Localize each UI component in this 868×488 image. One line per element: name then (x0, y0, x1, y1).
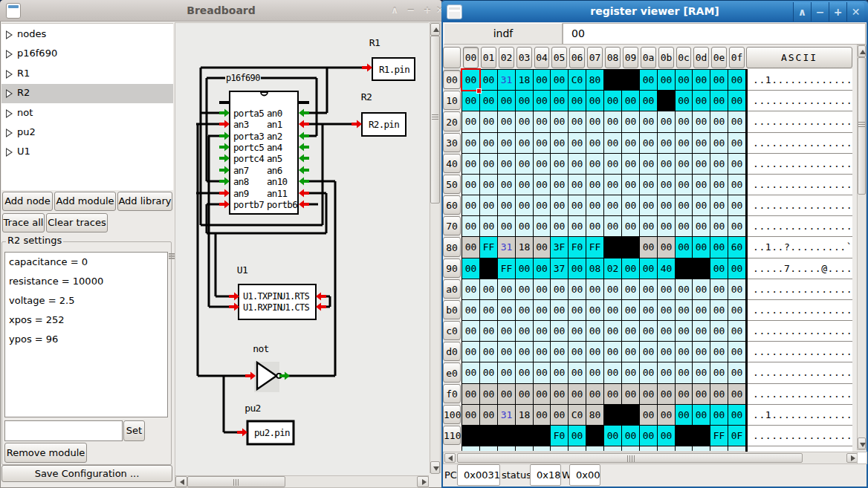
cell-00-0b[interactable]: 00 (658, 70, 675, 90)
cell-c0-0c[interactable]: 00 (676, 321, 692, 341)
cell-30-05[interactable]: 00 (551, 133, 568, 153)
ascii-row-e0[interactable]: ................ (753, 367, 852, 378)
col-header-03[interactable]: 03 (516, 47, 532, 68)
cell-50-0a[interactable]: 00 (640, 175, 657, 195)
hscroll-slider[interactable] (457, 453, 803, 463)
cell-40-04[interactable]: 00 (534, 154, 550, 174)
cell-b0-08[interactable]: 00 (604, 300, 621, 320)
row-header-10[interactable]: 10 (443, 91, 461, 110)
cell-110-05[interactable]: F0 (551, 426, 568, 446)
cell-00-0d[interactable]: 00 (693, 70, 710, 90)
expander-triangle-icon[interactable] (6, 109, 13, 118)
cell-b0-07[interactable]: 00 (586, 300, 603, 320)
cell-10-0e[interactable]: 00 (710, 91, 728, 111)
cell-20-04[interactable]: 00 (534, 111, 550, 132)
col-header-0c[interactable]: 0c (676, 47, 691, 68)
tree-item-not[interactable]: not (1, 104, 173, 123)
cell-100-0c[interactable]: 00 (676, 405, 692, 425)
cell-60-06[interactable]: 00 (569, 195, 586, 215)
col-header-08[interactable]: 08 (605, 47, 621, 68)
vscroll-slider[interactable] (858, 57, 866, 195)
cell-50-0d[interactable]: 00 (693, 175, 710, 195)
cell-110-06[interactable]: 00 (569, 426, 586, 446)
cell-30-0e[interactable]: 00 (710, 133, 728, 153)
col-header-00[interactable]: 00 (463, 47, 479, 68)
cell-10-09[interactable]: 00 (622, 91, 639, 111)
cell-100-0f[interactable]: 00 (728, 405, 745, 425)
cell-a0-0d[interactable]: 00 (693, 279, 710, 299)
attribute-entry[interactable] (4, 420, 123, 441)
cell-20-0b[interactable]: 00 (658, 111, 675, 132)
cell-30-0f[interactable]: 00 (728, 133, 745, 153)
cell-90-06[interactable]: 00 (569, 258, 586, 279)
cell-d0-01[interactable]: 00 (480, 342, 497, 362)
cell-f0-02[interactable]: 00 (498, 384, 515, 404)
cell-100-01[interactable]: 00 (480, 405, 497, 425)
tree-item-p16f690[interactable]: p16f690 (1, 45, 173, 64)
cell-e0-08[interactable]: 00 (604, 362, 621, 383)
cell-f0-0c[interactable]: 00 (676, 384, 692, 404)
ascii-row-d0[interactable]: ................ (753, 346, 852, 357)
cell-c0-0a[interactable]: 00 (640, 321, 657, 341)
cell-90-08[interactable]: 02 (604, 258, 621, 279)
cell-40-06[interactable]: 00 (569, 154, 586, 174)
cell-20-01[interactable]: 00 (480, 111, 497, 132)
cell-40-00[interactable]: 00 (462, 154, 479, 174)
cell-80-0a[interactable]: 00 (640, 237, 657, 258)
cell-90-04[interactable]: 00 (534, 258, 550, 279)
cell-c0-0d[interactable]: 00 (693, 321, 710, 341)
cell-c0-01[interactable]: 00 (480, 321, 497, 341)
cell-20-0f[interactable]: 00 (728, 111, 745, 132)
scroll-up-button[interactable] (858, 45, 866, 57)
cell-20-0c[interactable]: 00 (676, 111, 692, 132)
cell-40-07[interactable]: 00 (586, 154, 603, 174)
cell-100-0b[interactable]: 00 (658, 405, 675, 425)
cell-e0-00[interactable]: 00 (462, 362, 479, 383)
cell-f0-00[interactable]: 00 (462, 384, 479, 404)
cell-b0-03[interactable]: 00 (516, 300, 533, 320)
cell-60-0b[interactable]: 00 (658, 195, 675, 215)
cell-60-03[interactable]: 00 (516, 195, 533, 215)
cell-20-07[interactable]: 00 (586, 111, 603, 132)
set-button[interactable]: Set (123, 420, 145, 441)
property-item[interactable]: xpos = 252 (9, 314, 65, 325)
cell-f0-01[interactable]: 00 (480, 384, 497, 404)
cell-70-05[interactable]: 00 (551, 216, 568, 236)
cell-60-02[interactable]: 00 (498, 195, 515, 215)
cell-a0-06[interactable]: 00 (569, 279, 586, 299)
cell-a0-0c[interactable]: 00 (676, 279, 692, 299)
cell-50-0f[interactable]: 00 (728, 175, 745, 195)
cell-b0-0f[interactable]: 00 (728, 300, 745, 320)
row-header-20[interactable]: 20 (443, 111, 461, 131)
cell-80-0c[interactable]: 00 (676, 237, 692, 258)
cell-f0-06[interactable]: 00 (569, 384, 586, 404)
cell-c0-0f[interactable]: 00 (728, 321, 745, 341)
cell-a0-07[interactable]: 00 (586, 279, 603, 299)
col-header-01[interactable]: 01 (481, 47, 496, 68)
cell-90-0a[interactable]: 00 (640, 258, 657, 279)
cell-e0-03[interactable]: 00 (516, 362, 533, 383)
row-header-e0[interactable]: e0 (443, 362, 461, 383)
ascii-row-f0[interactable]: ................ (753, 388, 852, 400)
cell-60-0d[interactable]: 00 (693, 195, 710, 215)
scroll-up-button[interactable] (430, 23, 440, 36)
ascii-row-50[interactable]: ................ (753, 179, 852, 190)
cell-50-04[interactable]: 00 (534, 175, 550, 195)
cell-60-01[interactable]: 00 (480, 195, 497, 215)
cell-60-0a[interactable]: 00 (640, 195, 657, 215)
row-header-50[interactable]: 50 (443, 175, 461, 194)
cell-c0-04[interactable]: 00 (534, 321, 550, 341)
col-header-0f[interactable]: 0f (729, 47, 745, 68)
scroll-right-button[interactable] (417, 476, 429, 487)
cell-50-02[interactable]: 00 (498, 175, 515, 195)
cell-10-0c[interactable]: 00 (676, 91, 692, 111)
cell-50-06[interactable]: 00 (569, 175, 586, 195)
cell-50-0c[interactable]: 00 (676, 175, 692, 195)
cell-c0-07[interactable]: 00 (586, 321, 603, 341)
cell-f0-05[interactable]: 00 (551, 384, 568, 404)
cell-e0-02[interactable]: 00 (498, 362, 515, 383)
col-header-05[interactable]: 05 (551, 47, 567, 68)
cell-70-0e[interactable]: 00 (710, 216, 728, 236)
scroll-down-button[interactable] (858, 437, 866, 449)
cell-e0-0a[interactable]: 00 (640, 362, 657, 383)
